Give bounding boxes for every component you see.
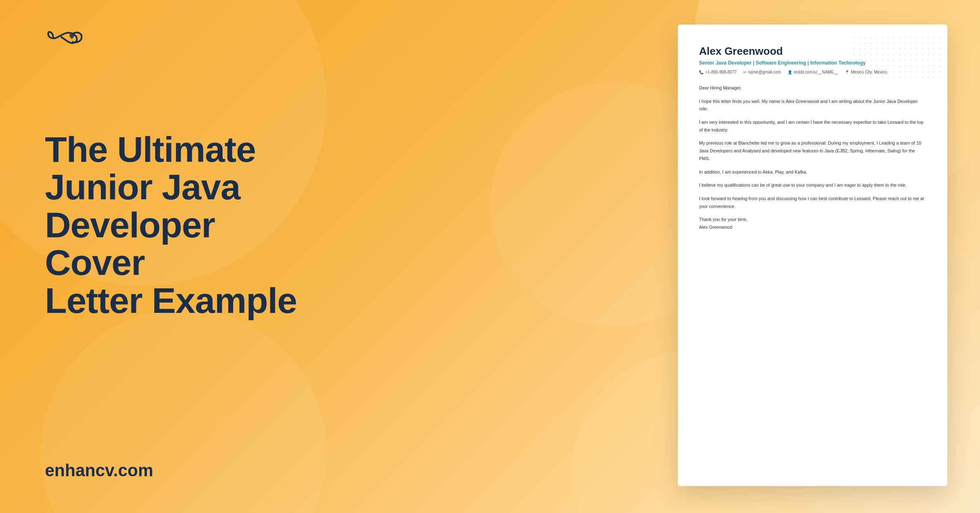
reddit-handle: reddit.com/u/__NAME__: [794, 70, 838, 74]
letter-paragraph-3: My previous role at Blanchette led me to…: [699, 139, 926, 162]
dot: [933, 48, 935, 49]
dot: [853, 37, 855, 38]
dot: [911, 42, 912, 44]
letter-signature: Alex Greenwood: [699, 225, 732, 230]
dot: [939, 71, 940, 72]
headline-line3: Developer Cover: [45, 206, 298, 282]
dot: [882, 37, 883, 38]
letter-closing: Thank you for your time, Alex Greenwood: [699, 216, 926, 231]
letter-paragraph-5: I believe my qualifications can be of gr…: [699, 181, 926, 189]
headline-line1: The Ultimate: [45, 131, 298, 168]
dot: [939, 48, 940, 49]
website-url: enhancv.com: [45, 461, 153, 480]
dot: [922, 37, 923, 38]
email-address: name@gmail.com: [748, 70, 781, 74]
reddit-icon: 👤: [788, 70, 792, 74]
dot: [916, 42, 918, 44]
dot: [916, 37, 918, 38]
dot: [871, 37, 872, 38]
dot: [865, 37, 866, 38]
contact-info: 📞 +1-890-908-8077 ✉ name@gmail.com 👤 red…: [699, 70, 926, 74]
dot: [939, 54, 940, 55]
cover-letter-card: // Generate dots via JS Alex Greenwood S…: [678, 25, 947, 486]
dot: [928, 42, 929, 44]
dot: [876, 42, 878, 44]
dot: [928, 77, 929, 78]
dot: [939, 77, 940, 78]
letter-paragraph-6: I look forward to hearing from you and d…: [699, 195, 926, 210]
dot: [905, 37, 906, 38]
dot: [933, 65, 935, 67]
dot: [933, 71, 935, 72]
dot: [939, 60, 940, 61]
dot: [939, 65, 940, 67]
dot: [865, 42, 866, 44]
headline-text: The Ultimate Junior Java Developer Cover…: [45, 131, 298, 319]
headline-line2: Junior Java: [45, 168, 298, 206]
dot: [899, 37, 900, 38]
logo: [45, 25, 86, 51]
phone-icon: 📞: [699, 70, 704, 74]
dot: [933, 54, 935, 55]
headline-block: The Ultimate Junior Java Developer Cover…: [45, 131, 298, 319]
letter-paragraph-1: I hope this letter finds you well. My na…: [699, 98, 926, 113]
dot: [939, 37, 940, 38]
dot: [893, 37, 895, 38]
contact-location: 📍 Mexico City, Mexico.: [845, 70, 888, 74]
dot: [939, 42, 940, 44]
dot: [933, 77, 935, 78]
letter-body: Dear Hiring Manager, I hope this letter …: [699, 84, 926, 231]
dot: [928, 65, 929, 67]
dot: [882, 42, 883, 44]
dot: [928, 60, 929, 61]
contact-email: ✉ name@gmail.com: [743, 70, 781, 74]
phone-number: +1-890-908-8077: [705, 70, 737, 74]
dot: [859, 42, 860, 44]
dot: [899, 42, 900, 44]
logo-icon: [45, 25, 86, 49]
dot: [928, 71, 929, 72]
letter-greeting: Dear Hiring Manager,: [699, 84, 926, 92]
dot: [928, 48, 929, 49]
headline-line4: Letter Example: [45, 282, 298, 319]
dot: [888, 42, 889, 44]
dot: [911, 37, 912, 38]
location-text: Mexico City, Mexico.: [851, 70, 888, 74]
website-link: enhancv.com: [45, 461, 153, 480]
dot: [888, 37, 889, 38]
dot: [928, 37, 929, 38]
applicant-name: Alex Greenwood: [699, 45, 926, 58]
contact-phone: 📞 +1-890-908-8077: [699, 70, 737, 74]
dot: [876, 37, 878, 38]
dot: [905, 42, 906, 44]
dot: [871, 42, 872, 44]
letter-paragraph-2: I am very interested in this opportunity…: [699, 118, 926, 134]
dot: [928, 54, 929, 55]
location-icon: 📍: [845, 70, 849, 74]
dot: [893, 42, 895, 44]
contact-reddit: 👤 reddit.com/u/__NAME__: [788, 70, 838, 74]
applicant-title: Senior Java Developer | Software Enginee…: [699, 60, 926, 66]
dot: [853, 42, 855, 44]
email-icon: ✉: [743, 70, 746, 74]
dot: [933, 37, 935, 38]
dot: [933, 42, 935, 44]
dot: [933, 60, 935, 61]
letter-paragraph-4: In addition, I am experienced in Akka, P…: [699, 168, 926, 176]
card-content: Alex Greenwood Senior Java Developer | S…: [699, 45, 926, 231]
dot: [859, 37, 860, 38]
dot: [922, 42, 923, 44]
bg-decoration-2: [41, 309, 327, 513]
